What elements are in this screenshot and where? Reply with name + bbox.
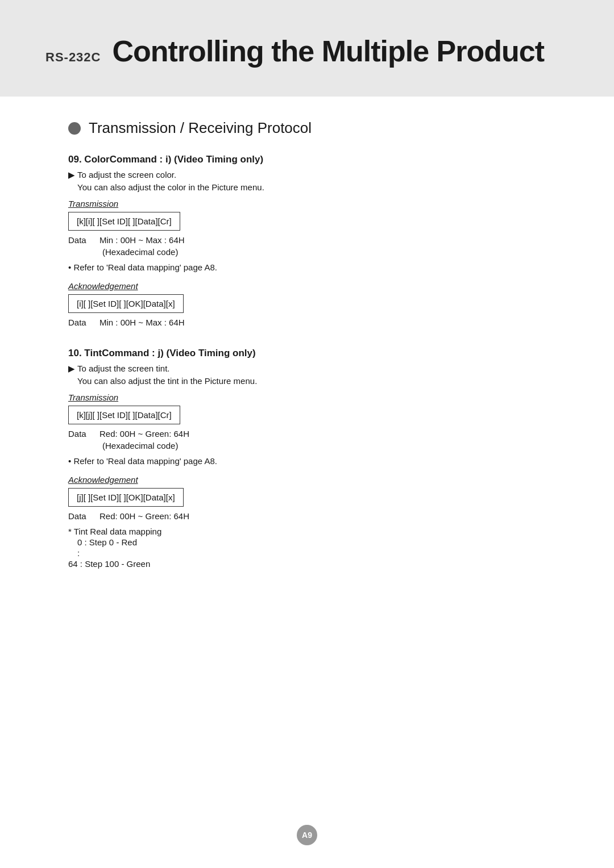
protocol-header: Transmission / Receiving Protocol: [68, 119, 546, 137]
protocol-dot-icon: [68, 122, 81, 135]
ack-code-10: [j][ ][Set ID][ ][OK][Data][x]: [68, 488, 184, 507]
ack-data-row-10: Data Red: 00H ~ Green: 64H: [68, 511, 546, 521]
data-row-10: Data Red: 00H ~ Green: 64H: [68, 429, 546, 439]
tint-note-1: * Tint Real data mapping: [68, 527, 546, 536]
tint-note-4: 64 : Step 100 - Green: [68, 559, 546, 569]
page-container: RS-232C Controlling the Multiple Product…: [0, 0, 614, 868]
section-9-desc1: ▶ To adjust the screen color.: [68, 170, 546, 180]
tint-note-3: :: [77, 548, 546, 558]
transmission-label-9: Transmission: [68, 199, 546, 208]
ack-label-9: Acknowledgement: [68, 281, 546, 291]
data-note-9: (Hexadecimal code): [102, 247, 546, 257]
rs232c-label: RS-232C: [45, 50, 101, 65]
data-range-9: Min : 00H ~ Max : 64H: [99, 235, 185, 245]
section-9: 09. ColorCommand : i) (Video Timing only…: [68, 154, 546, 327]
section-10: 10. TintCommand : j) (Video Timing only)…: [68, 348, 546, 569]
header-top: RS-232C Controlling the Multiple Product: [45, 34, 569, 68]
ack-section-10: Acknowledgement [j][ ][Set ID][ ][OK][Da…: [68, 475, 546, 521]
data-label-9: Data: [68, 235, 99, 245]
tint-notes: * Tint Real data mapping 0 : Step 0 - Re…: [68, 527, 546, 569]
section-9-title: 09. ColorCommand : i) (Video Timing only…: [68, 154, 546, 165]
header-section: RS-232C Controlling the Multiple Product: [0, 0, 614, 97]
data-range-10: Red: 00H ~ Green: 64H: [99, 429, 189, 439]
ack-data-range-9: Min : 00H ~ Max : 64H: [99, 318, 185, 327]
refer-line-10: • Refer to 'Real data mapping' page A8.: [68, 456, 546, 466]
protocol-title: Transmission / Receiving Protocol: [89, 119, 312, 137]
transmission-code-10: [k][j][ ][Set ID][ ][Data][Cr]: [68, 406, 180, 424]
ack-data-range-10: Red: 00H ~ Green: 64H: [99, 511, 189, 521]
ack-data-label-10: Data: [68, 511, 99, 521]
ack-data-label-9: Data: [68, 318, 99, 327]
section-10-desc2: You can also adjust the tint in the Pict…: [77, 376, 546, 386]
section-9-desc2: You can also adjust the color in the Pic…: [77, 182, 546, 192]
ack-section-9: Acknowledgement [i][ ][Set ID][ ][OK][Da…: [68, 281, 546, 327]
section-10-desc1: ▶ To adjust the screen tint.: [68, 364, 546, 374]
refer-line-9: • Refer to 'Real data mapping' page A8.: [68, 262, 546, 272]
data-row-9: Data Min : 00H ~ Max : 64H: [68, 235, 546, 245]
content-area: Transmission / Receiving Protocol 09. Co…: [0, 119, 614, 623]
section-10-title: 10. TintCommand : j) (Video Timing only): [68, 348, 546, 359]
data-note-10: (Hexadecimal code): [102, 441, 546, 450]
ack-code-9: [i][ ][Set ID][ ][OK][Data][x]: [68, 294, 184, 313]
page-number: A9: [297, 825, 317, 845]
tint-note-2: 0 : Step 0 - Red: [77, 537, 546, 547]
data-label-10: Data: [68, 429, 99, 439]
ack-label-10: Acknowledgement: [68, 475, 546, 485]
transmission-label-10: Transmission: [68, 393, 546, 402]
main-title: Controlling the Multiple Product: [112, 34, 544, 68]
transmission-code-9: [k][i][ ][Set ID][ ][Data][Cr]: [68, 212, 180, 231]
ack-data-row-9: Data Min : 00H ~ Max : 64H: [68, 318, 546, 327]
